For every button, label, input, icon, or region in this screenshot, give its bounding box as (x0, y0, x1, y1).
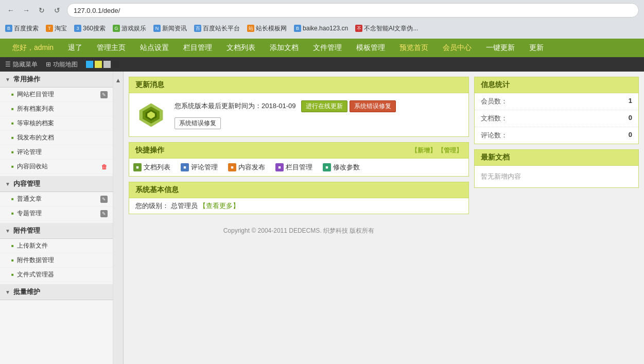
error-fix-btn[interactable]: 系统错误修复 (175, 117, 221, 129)
sidebar-section-header[interactable]: ▼常用操作 (0, 72, 113, 88)
quick-op-icon: ■ (323, 163, 331, 171)
quick-op-item[interactable]: ■栏目管理 (275, 163, 312, 172)
quick-op-item[interactable]: ■文档列表 (133, 163, 170, 172)
main-area: 更新消息 (129, 77, 639, 242)
quick-ops-list: ■文档列表■评论管理■内容发布■栏目管理■修改参数 (129, 159, 468, 176)
arrow-icon: ▼ (5, 228, 10, 234)
manage-action-link[interactable]: 【管理】 (438, 147, 462, 154)
sidebar-item[interactable]: ■内容回收站🗑 (0, 160, 113, 174)
error-fix-btn-inline[interactable]: 系统错误修复 (350, 100, 396, 112)
hide-menu-btn[interactable]: ☰ 隐藏菜单 (5, 60, 38, 69)
system-header: 系统基本信息 (129, 182, 468, 198)
sidebar-item[interactable]: ■网站栏目管理✎ (0, 88, 113, 102)
sidebar: ▼常用操作■网站栏目管理✎■所有档案列表■等审核的档案■我发布的文档■评论管理■… (0, 72, 113, 364)
sidebar-item-label: 专题管理 (17, 209, 42, 218)
color-blocks (86, 61, 119, 68)
bookmark-label: 百度搜索 (14, 24, 39, 33)
quick-section: 快捷操作 【新增】 【管理】 ■文档列表■评论管理■内容发布■栏目管理■修改参数 (129, 142, 469, 177)
nav-item[interactable]: 管理主页 (90, 39, 133, 57)
color-block[interactable] (112, 61, 119, 68)
bookmark-icon: B (294, 25, 301, 32)
bookmark-item[interactable]: T淘宝 (46, 24, 67, 33)
quick-op-item[interactable]: ■内容发布 (228, 163, 265, 172)
bookmark-item[interactable]: G游戏娱乐 (113, 24, 146, 33)
bookmark-icon: G (113, 25, 120, 32)
bookmark-label: 淘宝 (55, 24, 67, 33)
sidebar-item[interactable]: ■普通文章✎ (0, 192, 113, 206)
sidebar-item[interactable]: ■等审核的档案 (0, 116, 113, 131)
nav-item[interactable]: 站点设置 (133, 39, 176, 57)
bookmark-item[interactable]: B百度搜索 (5, 24, 39, 33)
sidebar-item[interactable]: ■我发布的文档 (0, 131, 113, 145)
collapse-arrow-icon: ▲ (115, 77, 121, 84)
bookmark-item[interactable]: 3360搜索 (74, 24, 106, 33)
sidebar-item[interactable]: ■附件数据管理 (0, 253, 113, 268)
nav-item[interactable]: 添加文档 (263, 39, 306, 57)
right-panel: 信息统计 会员数：1文档数：0评论数：0 最新文档 暂无新增内容 (474, 77, 639, 242)
refresh-button[interactable]: ↻ (36, 5, 47, 16)
sidebar-item[interactable]: ■所有档案列表 (0, 102, 113, 116)
address-bar[interactable]: 127.0.0.1/dede/ (67, 3, 639, 18)
nav-item[interactable]: 更新 (522, 39, 551, 57)
bookmark-item[interactable]: 站站长模板网 (247, 24, 287, 33)
dot-icon: ■ (11, 272, 14, 277)
dot-icon: ■ (11, 135, 14, 140)
stat-row: 文档数：0 (475, 110, 638, 127)
sidebar-item-label: 普通文章 (17, 195, 42, 203)
function-map-btn[interactable]: ⊞ 功能地图 (46, 60, 78, 69)
sidebar-section-header[interactable]: ▼批量维护 (0, 284, 113, 300)
latest-empty: 暂无新增内容 (475, 166, 638, 187)
main-nav: 您好，admin 退了管理主页站点设置栏目管理文档列表添加文档文件管理模板管理预… (0, 39, 644, 57)
stats-header: 信息统计 (475, 77, 638, 93)
stat-row: 会员数：1 (475, 93, 638, 110)
nav-item[interactable]: 文件管理 (306, 39, 349, 57)
stop-button[interactable]: ↺ (51, 5, 63, 16)
dot-icon: ■ (11, 258, 14, 263)
quick-op-item[interactable]: ■修改参数 (323, 163, 360, 172)
color-block[interactable] (86, 61, 93, 68)
nav-item[interactable]: 文档列表 (219, 39, 263, 57)
online-update-btn[interactable]: 进行在线更新 (301, 100, 347, 112)
bookmark-label: baike.hao123.cn (303, 25, 348, 32)
sidebar-item[interactable]: ■专题管理✎ (0, 206, 113, 221)
bookmark-item[interactable]: Bbaike.hao123.cn (294, 25, 348, 32)
forward-button[interactable]: → (21, 5, 32, 16)
page-layout: ▼常用操作■网站栏目管理✎■所有档案列表■等审核的档案■我发布的文档■评论管理■… (0, 72, 644, 364)
sidebar-item[interactable]: ■文件式管理器 (0, 268, 113, 282)
view-more-link[interactable]: 【查看更多】 (199, 202, 239, 210)
bookmark-icon: B (5, 25, 12, 32)
bookmark-item[interactable]: 不不念智能AI文章伪... (355, 24, 418, 33)
sidebar-section-header[interactable]: ▼内容管理 (0, 176, 113, 192)
nav-item[interactable]: 栏目管理 (176, 39, 219, 57)
nav-item[interactable]: 会员中心 (436, 39, 479, 57)
nav-item[interactable]: 退了 (61, 39, 90, 57)
back-button[interactable]: ← (5, 5, 16, 16)
new-action-link[interactable]: 【新增】 (411, 147, 436, 154)
color-block[interactable] (103, 61, 111, 68)
update-header: 更新消息 (129, 77, 468, 93)
nav-item[interactable]: 模板管理 (349, 39, 392, 57)
update-section: 更新消息 (129, 77, 469, 137)
bookmark-item[interactable]: N新闻资讯 (153, 24, 187, 33)
trash-icon: 🗑 (101, 163, 108, 170)
latest-header: 最新文档 (475, 150, 638, 166)
quick-actions: 【新增】 【管理】 (411, 146, 462, 155)
dot-icon: ■ (11, 197, 14, 201)
stat-label: 评论数： (481, 131, 508, 140)
dot-icon: ■ (11, 121, 14, 126)
bookmark-icon: N (153, 25, 161, 32)
quick-op-label: 栏目管理 (286, 163, 312, 172)
nav-item[interactable]: 预览首页 (392, 39, 436, 57)
sidebar-section: ▼批量维护 (0, 284, 113, 300)
collapse-handle[interactable]: ▲ (113, 72, 124, 364)
sidebar-section-header[interactable]: ▼附件管理 (0, 223, 113, 239)
nav-greeting: 您好，admin (5, 39, 61, 57)
sidebar-item[interactable]: ■评论管理 (0, 145, 113, 160)
sidebar-item[interactable]: ■上传新文件 (0, 239, 113, 253)
color-block[interactable] (95, 61, 102, 68)
sidebar-item-label: 文件式管理器 (17, 270, 54, 279)
nav-item[interactable]: 一键更新 (479, 39, 522, 57)
quick-op-item[interactable]: ■评论管理 (181, 163, 218, 172)
bookmark-item[interactable]: 百百度站长平台 (194, 24, 240, 33)
edit-icon: ✎ (100, 196, 108, 203)
